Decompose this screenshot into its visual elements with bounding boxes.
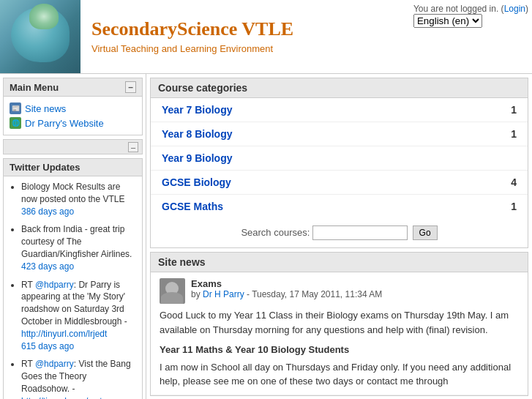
news-post-1-body-text: Good Luck to my Year 11 Class in their B… <box>160 308 519 337</box>
main-menu-title: Main Menu <box>10 82 59 93</box>
course-yr8bio-link[interactable]: Year 8 Biology <box>162 128 232 140</box>
main-layout: Main Menu – 📰 Site news 🌐 Dr Parry's Web… <box>0 74 532 399</box>
news-post-1-header: Exams by Dr H Parry - Tuesday, 17 May 20… <box>160 278 519 304</box>
news-post-1-body: Good Luck to my Year 11 Class in their B… <box>160 308 519 389</box>
header: SecondaryScience VTLE Virtual Teaching a… <box>0 0 532 74</box>
drparry-icon: 🌐 <box>10 117 21 129</box>
tweet-3-text: RT @hdparry: Dr Parry is appearing at th… <box>21 280 136 340</box>
course-yr7bio-link[interactable]: Year 7 Biology <box>162 104 232 116</box>
login-text: You are not logged in. ( <box>413 4 504 14</box>
course-categories-header: Course categories <box>151 78 528 98</box>
main-content: Course categories Year 7 Biology 1 Year … <box>146 74 532 399</box>
sidebar-item-drparry-label: Dr Parry's Website <box>25 118 104 129</box>
search-label: Search courses: <box>241 227 310 238</box>
course-yr7bio-count: 1 <box>511 104 517 116</box>
news-post-1-avatar <box>160 278 185 304</box>
sidebar-item-sitenews[interactable]: 📰 Site news <box>10 101 136 116</box>
main-menu-toggle[interactable]: – <box>125 81 136 93</box>
course-yr8bio-count: 1 <box>511 128 517 140</box>
sidebar-item-sitenews-label: Site news <box>25 103 66 114</box>
course-list: Year 7 Biology 1 Year 8 Biology 1 Year 9… <box>151 98 528 218</box>
course-gcsemath-link[interactable]: GCSE Maths <box>162 201 223 212</box>
tweet-3-days[interactable]: 615 days ago <box>21 340 136 353</box>
tweet-2-text: Back from India - great trip courtesy of… <box>21 224 132 259</box>
news-post-1-meta: Exams by Dr H Parry - Tuesday, 17 May 20… <box>191 278 519 299</box>
sidebar: Main Menu – 📰 Site news 🌐 Dr Parry's Web… <box>0 74 146 399</box>
main-menu-content: 📰 Site news 🌐 Dr Parry's Website <box>4 97 142 135</box>
news-post-1-byline: by Dr H Parry - Tuesday, 17 May 2011, 11… <box>191 289 519 299</box>
tweet-1-text: Biology Mock Results are now posted onto… <box>21 182 124 204</box>
spacer-toggle[interactable]: – <box>128 142 138 152</box>
sidebar-item-drparry[interactable]: 🌐 Dr Parry's Website <box>10 116 136 130</box>
course-gcsebio-count: 4 <box>511 176 517 188</box>
twitter-block: Twitter Updates Biology Mock Results are… <box>3 158 143 399</box>
course-row-gcsebio: GCSE Biology 4 <box>151 171 528 195</box>
language-selector[interactable]: English (en) <box>413 14 482 28</box>
course-search-area: Search courses: Go <box>151 218 528 247</box>
site-subtitle: Virtual Teaching and Learning Environmen… <box>91 43 521 54</box>
course-yr9bio-link[interactable]: Year 9 Biology <box>162 152 232 164</box>
tweet-4-handle[interactable]: @hdparry <box>35 359 74 369</box>
course-row-yr8bio: Year 8 Biology 1 <box>151 122 528 146</box>
tweet-4-text: RT @hdparry: Vist the Bang Goes the Theo… <box>21 359 136 399</box>
login-area: You are not logged in. (Login) English (… <box>413 4 528 28</box>
news-post-1: Exams by Dr H Parry - Tuesday, 17 May 20… <box>151 272 528 395</box>
tweet-3-link[interactable]: http://tinyurl.com/lrjedt <box>21 328 136 340</box>
twitter-content: Biology Mock Results are now posted onto… <box>4 176 142 399</box>
search-input[interactable] <box>312 225 408 240</box>
site-news-section: Site news Exams by Dr H Parry - Tuesday,… <box>150 252 528 396</box>
twitter-header: Twitter Updates <box>4 159 142 176</box>
course-gcsemath-count: 1 <box>511 201 517 212</box>
tweet-3: RT @hdparry: Dr Parry is appearing at th… <box>21 279 136 353</box>
course-row-gcsemath: GCSE Maths 1 <box>151 195 528 218</box>
sitenews-icon: 📰 <box>10 102 21 114</box>
tweet-2: Back from India - great trip courtesy of… <box>21 223 136 272</box>
header-bird-image <box>0 0 80 73</box>
login-close: ) <box>525 4 528 14</box>
tweet-2-days[interactable]: 423 days ago <box>21 261 136 273</box>
main-menu-block: Main Menu – 📰 Site news 🌐 Dr Parry's Web… <box>3 78 143 135</box>
main-menu-header: Main Menu – <box>4 78 142 97</box>
course-categories-section: Course categories Year 7 Biology 1 Year … <box>150 78 528 248</box>
byline-date: - Tuesday, 17 May 2011, 11:34 AM <box>244 289 383 299</box>
tweet-4-link[interactable]: http://tinyurl.com/mztmez <box>21 395 136 399</box>
site-news-header: Site news <box>151 253 528 272</box>
course-row-yr7bio: Year 7 Biology 1 <box>151 98 528 122</box>
tweet-1: Biology Mock Results are now posted onto… <box>21 181 136 217</box>
course-row-yr9bio: Year 9 Biology <box>151 146 528 171</box>
login-link[interactable]: Login <box>504 4 525 14</box>
course-gcsebio-link[interactable]: GCSE Biology <box>162 176 231 188</box>
news-post-1-title: Exams <box>191 278 519 289</box>
byline-prefix: by <box>191 289 203 299</box>
news-post-1-subtitle: Year 11 Maths & Year 10 Biology Students <box>160 343 519 357</box>
news-post-1-author[interactable]: Dr H Parry <box>203 289 244 299</box>
tweet-1-days[interactable]: 386 days ago <box>21 206 136 218</box>
tweet-3-handle[interactable]: @hdparry <box>35 280 74 290</box>
tweet-4: RT @hdparry: Vist the Bang Goes the Theo… <box>21 358 136 399</box>
news-post-1-body2: I am now in School all day on Thursdays … <box>160 360 519 389</box>
twitter-list: Biology Mock Results are now posted onto… <box>10 181 136 399</box>
search-go-button[interactable]: Go <box>413 225 438 240</box>
twitter-title: Twitter Updates <box>10 162 80 173</box>
